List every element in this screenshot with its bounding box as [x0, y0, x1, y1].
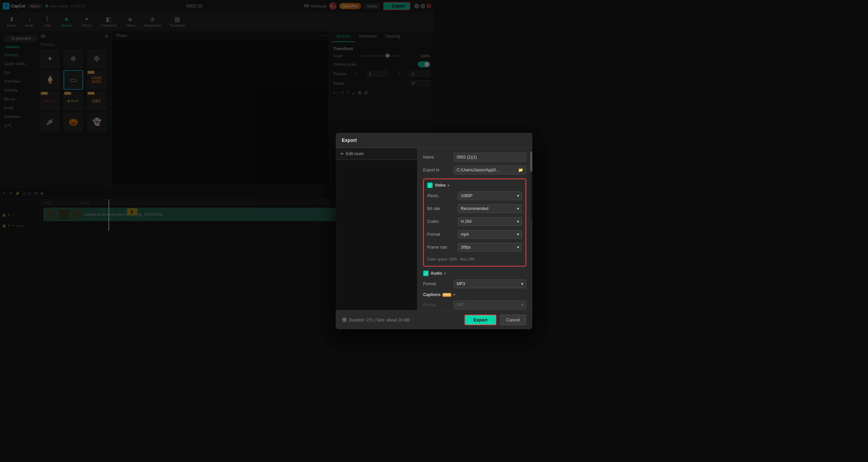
modal-overlay: Export ✏ Edit cover Name [0, 0, 434, 231]
codec-row: Codec H.264 ▾ [427, 217, 434, 226]
export-to-label: Export to [423, 168, 434, 172]
codec-label: Codec [427, 219, 434, 224]
name-label: Name [423, 155, 434, 160]
modal-settings-panel: Name Export to C:/Users/Jason/AppD... 📁 … [417, 148, 434, 231]
edit-cover-bar[interactable]: ✏ Edit cover [336, 148, 417, 160]
video-section: ✓ Video ▾ Resol... 1080P ▾ Bit rate [423, 178, 434, 231]
preview-canvas [336, 160, 417, 231]
modal-preview-panel: ✏ Edit cover [336, 148, 417, 231]
resolution-label: Resol... [427, 193, 434, 198]
video-section-header: ✓ Video ▾ [427, 183, 434, 188]
modal-body: ✏ Edit cover Name Export to C [336, 148, 434, 231]
pencil-icon: ✏ [340, 151, 344, 156]
modal-header: Export [336, 133, 434, 148]
resolution-row: Resol... 1080P ▾ [427, 191, 434, 200]
video-checkbox[interactable]: ✓ [427, 183, 433, 188]
format-row: Format mp4 ▾ [427, 230, 434, 231]
bitrate-label: Bit rate [427, 206, 434, 211]
bitrate-row: Bit rate Recommended ▾ [427, 204, 434, 213]
export-to-row: Export to C:/Users/Jason/AppD... 📁 [423, 166, 434, 174]
export-modal: Export ✏ Edit cover Name [336, 133, 434, 231]
edit-cover-label: Edit cover [346, 151, 364, 156]
name-row: Name [423, 153, 434, 162]
